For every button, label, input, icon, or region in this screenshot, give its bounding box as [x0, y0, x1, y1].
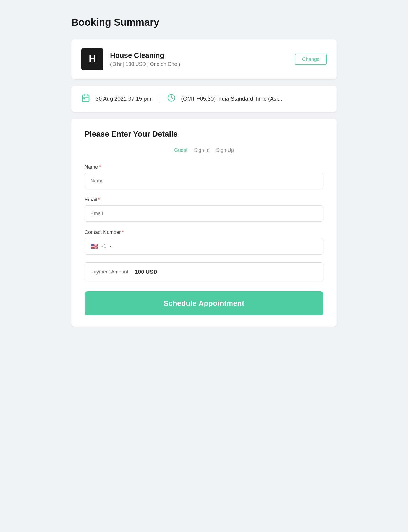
details-title: Please Enter Your Details — [85, 130, 323, 139]
page-title: Booking Summary — [71, 17, 337, 28]
service-info: House Cleaning ( 3 hr | 100 USD | One on… — [110, 51, 180, 67]
contact-label: Contact Number * — [85, 230, 323, 235]
name-input[interactable] — [85, 173, 323, 189]
service-info-left: H House Cleaning ( 3 hr | 100 USD | One … — [81, 48, 180, 70]
contact-required: * — [122, 230, 124, 235]
email-field-group: Email * — [85, 197, 323, 222]
tab-guest[interactable]: Guest — [174, 146, 187, 154]
calendar-icon — [81, 93, 90, 104]
payment-amount: 100 USD — [135, 269, 157, 275]
service-meta: ( 3 hr | 100 USD | One on One ) — [110, 61, 180, 67]
schedule-appointment-button[interactable]: Schedule Appointment — [85, 291, 323, 315]
clock-icon — [167, 94, 176, 104]
country-flag: 🇺🇸 — [90, 243, 98, 250]
name-label: Name * — [85, 164, 323, 170]
tab-signin[interactable]: Sign In — [194, 146, 210, 154]
service-icon: H — [81, 48, 103, 70]
email-required: * — [98, 197, 100, 203]
svg-rect-0 — [82, 95, 89, 101]
details-card: Please Enter Your Details Guest Sign In … — [71, 119, 337, 327]
email-label: Email * — [85, 197, 323, 203]
datetime-divider — [159, 95, 159, 103]
datetime-card: 30 Aug 2021 07:15 pm (GMT +05:30) India … — [71, 86, 337, 112]
timezone-text: (GMT +05:30) India Standard Time (Asi... — [181, 96, 282, 102]
auth-tabs: Guest Sign In Sign Up — [85, 146, 323, 154]
change-button[interactable]: Change — [295, 54, 327, 65]
datetime-text: 30 Aug 2021 07:15 pm — [96, 96, 151, 102]
contact-field-group: Contact Number * 🇺🇸 +1 ▼ — [85, 230, 323, 255]
tab-signup[interactable]: Sign Up — [216, 146, 234, 154]
email-input[interactable] — [85, 205, 323, 222]
svg-point-4 — [84, 98, 85, 99]
service-name: House Cleaning — [110, 51, 180, 60]
name-required: * — [99, 164, 101, 170]
phone-input-wrapper[interactable]: 🇺🇸 +1 ▼ — [85, 238, 323, 255]
service-card: H House Cleaning ( 3 hr | 100 USD | One … — [71, 39, 337, 79]
country-code: +1 — [101, 244, 106, 249]
name-field-group: Name * — [85, 164, 323, 189]
payment-box: Payment Amount 100 USD — [85, 262, 323, 281]
country-dropdown-arrow[interactable]: ▼ — [109, 244, 113, 248]
payment-label: Payment Amount — [90, 269, 128, 275]
